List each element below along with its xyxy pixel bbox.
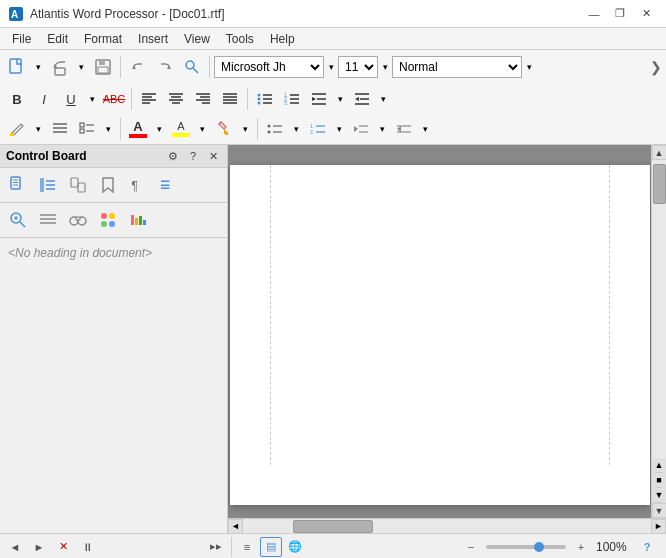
page-inner[interactable] xyxy=(270,165,610,465)
cb-doc-view-button[interactable] xyxy=(4,171,32,199)
cb-settings-icon[interactable]: ⚙ xyxy=(165,148,181,164)
indent2-button[interactable] xyxy=(348,116,374,142)
cb-zoom-button[interactable] xyxy=(4,206,32,234)
underline-button[interactable]: U xyxy=(58,86,84,112)
undo-open-button[interactable] xyxy=(47,54,73,80)
highlight-button[interactable]: A xyxy=(168,116,194,142)
cb-special-button[interactable]: ¶ xyxy=(124,171,152,199)
menu-view[interactable]: View xyxy=(176,29,218,49)
cb-toc-button[interactable] xyxy=(34,171,62,199)
menu-file[interactable]: File xyxy=(4,29,39,49)
underline-dropdown[interactable]: ▾ xyxy=(84,86,100,112)
view-web-button[interactable]: 🌐 xyxy=(284,537,306,557)
italic-button[interactable]: I xyxy=(31,86,57,112)
new-button[interactable] xyxy=(4,54,30,80)
pen-dropdown[interactable]: ▾ xyxy=(30,116,46,142)
indent-button[interactable] xyxy=(306,86,332,112)
sb-more-button[interactable]: ▸▸ xyxy=(205,537,227,557)
cb-meter-button[interactable] xyxy=(124,206,152,234)
size-dropdown[interactable]: ▾ xyxy=(379,54,391,80)
outdent-button[interactable] xyxy=(349,86,375,112)
paint-button[interactable] xyxy=(211,116,237,142)
scroll-down-arrow[interactable]: ▼ xyxy=(652,503,667,518)
font-dropdown[interactable]: ▾ xyxy=(325,54,337,80)
bold-button[interactable]: B xyxy=(4,86,30,112)
bullet-style-dropdown[interactable]: ▾ xyxy=(288,116,304,142)
undo-button[interactable] xyxy=(125,54,151,80)
strikethrough-button[interactable]: ABC xyxy=(101,86,127,112)
new-dropdown[interactable]: ▾ xyxy=(30,54,46,80)
font-family-select[interactable]: Microsoft Jh xyxy=(214,56,324,78)
document-scroll-area[interactable] xyxy=(228,145,651,518)
cb-color-button[interactable] xyxy=(94,206,122,234)
cb-pages-button[interactable] xyxy=(64,171,92,199)
indent2-dropdown[interactable]: ▾ xyxy=(374,116,390,142)
scroll-fit[interactable]: ■ xyxy=(656,473,661,488)
num-style-dropdown[interactable]: ▾ xyxy=(331,116,347,142)
pen-button[interactable] xyxy=(4,116,30,142)
align-center-button[interactable] xyxy=(163,86,189,112)
cb-bookmarks-button[interactable] xyxy=(94,171,122,199)
close-button[interactable]: ✕ xyxy=(634,4,658,24)
cb-list-button[interactable] xyxy=(34,206,62,234)
bullet-style-button[interactable] xyxy=(262,116,288,142)
redo-button[interactable] xyxy=(152,54,178,80)
style-dropdown[interactable]: ▾ xyxy=(523,54,535,80)
bullet-list-button[interactable] xyxy=(252,86,278,112)
paint-dropdown[interactable]: ▾ xyxy=(237,116,253,142)
scroll-prev-page[interactable]: ▲ xyxy=(655,458,664,473)
indent3-button[interactable] xyxy=(391,116,417,142)
find-button[interactable] xyxy=(179,54,205,80)
list-style-button1[interactable] xyxy=(47,116,73,142)
horizontal-scroll-thumb[interactable] xyxy=(293,520,373,533)
outdent-dropdown[interactable]: ▾ xyxy=(375,86,391,112)
open-dropdown[interactable]: ▾ xyxy=(73,54,89,80)
num-style-button[interactable]: 1.2. xyxy=(305,116,331,142)
scroll-right-arrow[interactable]: ► xyxy=(651,519,666,534)
font-size-select[interactable]: 11 xyxy=(338,56,378,78)
horizontal-scrollbar[interactable]: ◄ ► xyxy=(228,518,666,533)
horizontal-scroll-track[interactable] xyxy=(243,519,651,534)
justify-button[interactable] xyxy=(217,86,243,112)
cb-headings-button[interactable]: ☰ xyxy=(154,171,182,199)
zoom-plus-button[interactable]: + xyxy=(570,537,592,557)
menu-insert[interactable]: Insert xyxy=(130,29,176,49)
sb-help-button[interactable]: ? xyxy=(636,537,658,557)
sb-back-button[interactable]: ◄ xyxy=(4,537,26,557)
indent3-dropdown[interactable]: ▾ xyxy=(417,116,433,142)
cb-help-icon[interactable]: ? xyxy=(185,148,201,164)
paragraph-style-select[interactable]: Normal xyxy=(392,56,522,78)
sb-forward-button[interactable]: ► xyxy=(28,537,50,557)
align-right-button[interactable] xyxy=(190,86,216,112)
menu-edit[interactable]: Edit xyxy=(39,29,76,49)
indent-dropdown[interactable]: ▾ xyxy=(332,86,348,112)
scroll-next-page[interactable]: ▼ xyxy=(655,488,664,503)
zoom-slider[interactable] xyxy=(486,545,566,549)
save-button[interactable] xyxy=(90,54,116,80)
restore-button[interactable]: ❐ xyxy=(608,4,632,24)
menu-tools[interactable]: Tools xyxy=(218,29,262,49)
minimize-button[interactable]: — xyxy=(582,4,606,24)
sb-stop-button[interactable]: ✕ xyxy=(52,537,74,557)
document-page[interactable] xyxy=(230,165,650,505)
highlight-dropdown[interactable]: ▾ xyxy=(194,116,210,142)
sb-pause-button[interactable]: ⏸ xyxy=(76,537,98,557)
list-style-dropdown[interactable]: ▾ xyxy=(100,116,116,142)
menu-help[interactable]: Help xyxy=(262,29,303,49)
vertical-scrollbar[interactable]: ▲ ▲ ■ ▼ ▼ xyxy=(651,145,666,518)
cb-close-icon[interactable]: ✕ xyxy=(205,148,221,164)
align-left-button[interactable] xyxy=(136,86,162,112)
scroll-left-arrow[interactable]: ◄ xyxy=(228,519,243,534)
vertical-scroll-track[interactable] xyxy=(652,160,667,458)
vertical-scroll-thumb[interactable] xyxy=(653,164,666,204)
view-layout-button[interactable]: ▤ xyxy=(260,537,282,557)
zoom-minus-button[interactable]: − xyxy=(460,537,482,557)
toolbar-expand-right[interactable]: ❯ xyxy=(650,59,662,75)
text-color-button[interactable]: A xyxy=(125,116,151,142)
text-color-dropdown[interactable]: ▾ xyxy=(151,116,167,142)
scroll-up-arrow[interactable]: ▲ xyxy=(652,145,667,160)
list-style-button2[interactable] xyxy=(74,116,100,142)
menu-format[interactable]: Format xyxy=(76,29,130,49)
numbered-list-button[interactable]: 1.2.3. xyxy=(279,86,305,112)
zoom-thumb[interactable] xyxy=(534,542,544,552)
